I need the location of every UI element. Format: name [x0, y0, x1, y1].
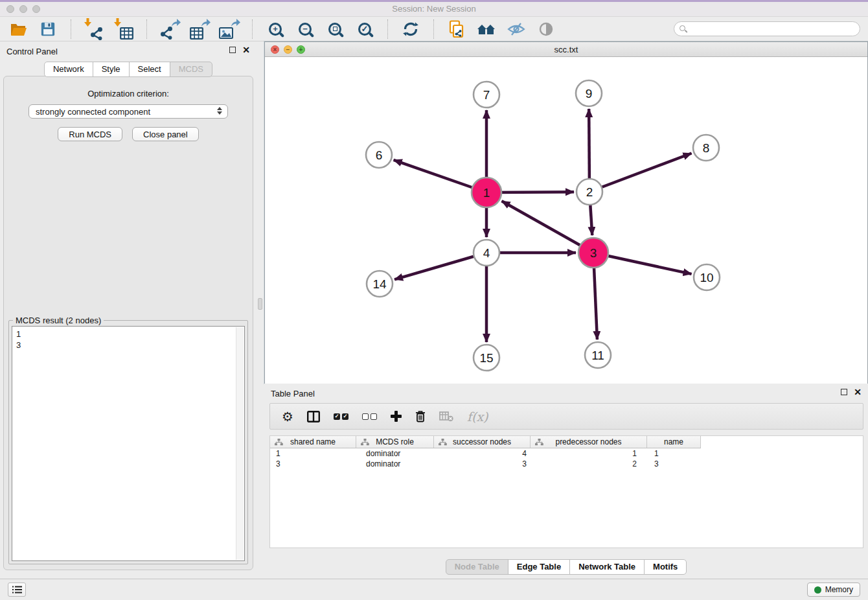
app-title: Session: New Session [0, 4, 868, 14]
refresh-icon [402, 21, 419, 38]
control-panel-title: Control Panel [6, 47, 58, 56]
toolbar-separator [433, 19, 434, 39]
cell-name[interactable]: 1 [647, 449, 701, 458]
table-row[interactable]: 3 dominator 3 2 3 [270, 459, 863, 469]
node-label-10: 10 [700, 271, 713, 284]
edge-2-8[interactable] [589, 153, 692, 192]
birds-eye-view-button[interactable] [534, 18, 558, 40]
close-panel-button[interactable]: Close panel [132, 127, 199, 141]
export-table-button[interactable] [188, 18, 211, 40]
table-panel-title: Table Panel [271, 389, 315, 398]
zoom-selected-button[interactable]: ✓ [353, 18, 376, 40]
cell-predecessor-nodes[interactable]: 2 [531, 459, 647, 468]
network-window-titlebar[interactable]: × − + scc.txt [265, 42, 867, 57]
search-icon [680, 25, 685, 31]
cell-name[interactable]: 3 [647, 459, 701, 468]
table-row[interactable]: 1 dominator 4 1 1 [270, 448, 863, 459]
edge-4-14[interactable] [394, 253, 486, 279]
network-graph[interactable]: 1234678910111415 [265, 57, 868, 384]
close-panel-icon[interactable]: ✕ [854, 389, 862, 395]
delete-table-icon[interactable] [439, 408, 453, 425]
list-icon [12, 586, 22, 594]
cell-shared-name[interactable]: 3 [270, 459, 356, 468]
close-panel-icon[interactable]: ✕ [242, 47, 250, 53]
import-arrow-icon [114, 18, 121, 27]
main-toolbar: + − ✓ [0, 17, 868, 41]
function-builder-icon[interactable]: f(x) [467, 408, 488, 425]
mcds-panel: Optimization criterion: strongly connect… [3, 76, 253, 570]
cell-successor-nodes[interactable]: 4 [434, 449, 531, 458]
column-header-predecessor-nodes[interactable]: predecessor nodes [531, 436, 647, 448]
node-label-7: 7 [483, 88, 490, 102]
table-panel-tabs: Node Table Edge Table Network Table Moti… [264, 559, 868, 575]
float-panel-icon[interactable] [841, 389, 847, 395]
column-header-successor-nodes[interactable]: successor nodes [434, 436, 531, 448]
eye-slash-icon [507, 22, 525, 36]
tab-node-table[interactable]: Node Table [446, 559, 508, 575]
table-grid-icon [120, 27, 133, 40]
export-image-button[interactable] [218, 18, 241, 40]
criterion-dropdown-value: strongly connected component [36, 107, 150, 117]
edge-3-1[interactable] [502, 201, 593, 253]
float-panel-icon[interactable] [229, 47, 236, 53]
tab-edge-table[interactable]: Edge Table [508, 559, 570, 575]
memory-button[interactable]: Memory [807, 583, 860, 597]
export-arrow-icon [172, 19, 181, 27]
toolbar-separator [71, 19, 71, 39]
run-mcds-button[interactable]: Run MCDS [58, 127, 122, 141]
cell-mcds-role[interactable]: dominator [356, 449, 434, 458]
settings-gear-icon[interactable]: ⚙ [282, 408, 293, 425]
column-header-shared-name[interactable]: shared name [270, 436, 356, 448]
column-header-name[interactable]: name [647, 436, 701, 448]
memory-label: Memory [825, 585, 853, 594]
import-table-button[interactable] [112, 18, 135, 40]
clone-network-button[interactable] [445, 18, 468, 40]
node-label-11: 11 [591, 349, 604, 362]
mcds-result-text[interactable]: 1 3 [12, 326, 245, 561]
toolbar-separator [252, 19, 253, 39]
add-column-icon[interactable] [391, 408, 402, 425]
save-session-button[interactable] [36, 18, 60, 40]
hide-graphics-details-button[interactable] [505, 18, 528, 40]
column-header-mcds-role[interactable]: MCDS role [356, 436, 434, 448]
share-nodes-icon [159, 25, 174, 40]
search-input[interactable] [674, 21, 860, 36]
criterion-dropdown[interactable]: strongly connected component [29, 104, 228, 119]
vertical-splitter-handle[interactable] [258, 298, 262, 310]
toggle-panel-columns-icon[interactable] [307, 408, 320, 425]
result-line: 1 [16, 329, 240, 340]
show-task-history-button[interactable] [8, 583, 26, 597]
network-canvas[interactable]: 1234678910111415 [265, 57, 867, 384]
select-all-checkboxes-icon[interactable]: ✓✓ [334, 408, 348, 425]
deselect-all-checkboxes-icon[interactable] [362, 408, 377, 425]
open-session-button[interactable] [6, 18, 30, 40]
optimization-criterion-label: Optimization criterion: [4, 89, 253, 98]
tab-mcds[interactable]: MCDS [170, 62, 212, 77]
cell-predecessor-nodes[interactable]: 1 [531, 449, 647, 458]
image-icon [219, 27, 233, 39]
export-network-button[interactable] [158, 18, 181, 40]
node-label-14: 14 [372, 277, 387, 291]
node-table: shared name MCDS role successor nodes pr… [269, 435, 863, 548]
tab-network[interactable]: Network [44, 62, 93, 77]
delete-column-icon[interactable] [415, 408, 426, 425]
tab-motifs[interactable]: Motifs [644, 559, 687, 575]
cell-mcds-role[interactable]: dominator [356, 459, 434, 468]
zoom-fit-button[interactable] [323, 18, 347, 40]
tab-network-table[interactable]: Network Table [569, 559, 645, 575]
mcds-result-title: MCDS result (2 nodes) [13, 316, 104, 325]
import-network-button[interactable] [82, 18, 106, 40]
dropdown-stepper-icon [217, 107, 222, 115]
cell-shared-name[interactable]: 1 [270, 449, 356, 458]
share-nodes-icon [89, 26, 104, 40]
zoom-in-button[interactable]: + [264, 18, 287, 40]
tab-select[interactable]: Select [129, 62, 170, 77]
import-arrow-icon [84, 18, 91, 27]
node-label-1: 1 [483, 186, 490, 200]
zoom-out-button[interactable]: − [293, 18, 317, 40]
tab-style[interactable]: Style [93, 62, 130, 77]
table-panel: Table Panel ✕ ⚙ ✓✓ f(x) shared name [264, 384, 868, 579]
show-all-networks-button[interactable] [475, 18, 498, 40]
cell-successor-nodes[interactable]: 3 [434, 459, 531, 468]
refresh-layout-button[interactable] [399, 18, 422, 40]
